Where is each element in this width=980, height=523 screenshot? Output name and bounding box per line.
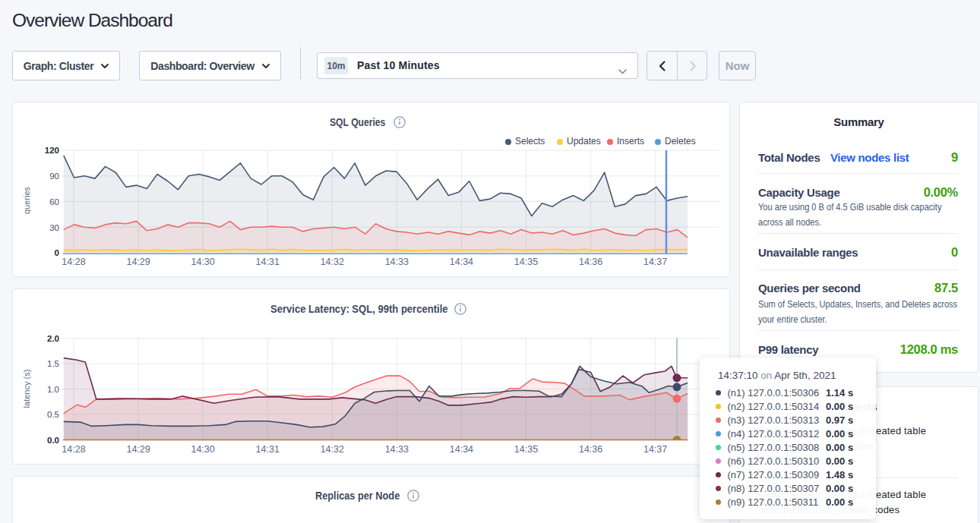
svg-text:0.5: 0.5 <box>47 410 59 419</box>
svg-text:14:33: 14:33 <box>385 444 409 455</box>
svg-text:14:37: 14:37 <box>643 444 667 455</box>
svg-text:14:30: 14:30 <box>191 444 214 455</box>
svg-text:14:32: 14:32 <box>321 444 344 455</box>
svg-text:14:33: 14:33 <box>385 257 409 267</box>
svg-text:14:29: 14:29 <box>126 257 150 267</box>
svg-text:14:29: 14:29 <box>126 444 150 455</box>
svg-text:14:28: 14:28 <box>62 257 85 267</box>
svg-text:14:31: 14:31 <box>256 444 280 455</box>
svg-text:1.5: 1.5 <box>47 359 59 368</box>
svg-text:90: 90 <box>49 172 59 181</box>
svg-text:0: 0 <box>55 248 59 257</box>
svg-text:0.0: 0.0 <box>47 436 59 445</box>
svg-text:30: 30 <box>49 223 59 232</box>
svg-text:14:34: 14:34 <box>450 444 473 455</box>
svg-text:14:35: 14:35 <box>514 444 538 455</box>
svg-text:14:32: 14:32 <box>321 257 344 267</box>
svg-text:14:34: 14:34 <box>450 257 473 267</box>
svg-text:14:36: 14:36 <box>579 257 602 267</box>
svg-text:latency (s): latency (s) <box>22 370 31 408</box>
svg-text:120: 120 <box>45 146 59 155</box>
svg-text:14:31: 14:31 <box>256 257 280 267</box>
svg-text:14:35: 14:35 <box>514 257 538 267</box>
svg-text:60: 60 <box>49 197 59 206</box>
svg-text:14:36: 14:36 <box>579 444 602 455</box>
svg-text:2.0: 2.0 <box>47 334 59 343</box>
svg-text:14:37: 14:37 <box>643 257 667 267</box>
svg-text:queries: queries <box>22 186 31 214</box>
svg-text:14:30: 14:30 <box>191 257 214 267</box>
svg-text:14:28: 14:28 <box>62 444 85 455</box>
svg-text:1.0: 1.0 <box>47 385 59 394</box>
